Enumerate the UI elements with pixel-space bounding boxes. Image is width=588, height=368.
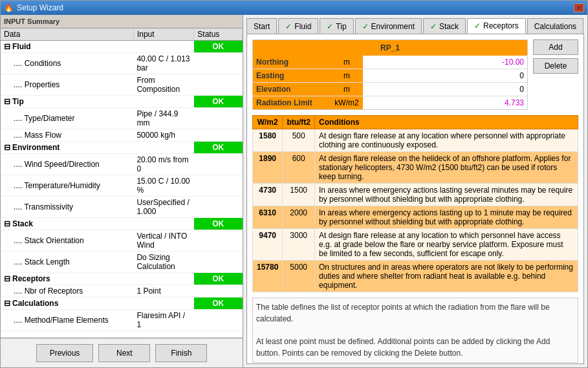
row-label: .... Temperature/Humidity — [1, 175, 133, 197]
tab-calculations[interactable]: Calculations — [527, 18, 583, 34]
conditions-row: 9470 3000 At design flare release at any… — [253, 229, 578, 261]
field-value[interactable]: 4.733 — [363, 96, 527, 109]
row-status — [194, 175, 243, 197]
cell-text: On structures and in areas where operato… — [315, 261, 578, 292]
data-table: Data Input Status ⊟FluidOK.... Condition… — [1, 28, 243, 331]
table-row: ⊟EnvironmentOK — [1, 142, 243, 154]
expand-icon[interactable]: ⊟ — [4, 97, 10, 106]
table-row: .... PropertiesFrom Composition — [1, 74, 243, 96]
field-unit: kW/m2 — [331, 96, 363, 109]
row-input: Do Sizing Calculation — [133, 252, 193, 273]
tab-label: Start — [254, 22, 270, 31]
receptor-form: Northing m -10.00 Easting m 0 Elevation … — [253, 56, 527, 109]
conditions-row: 1890 600 At design flare release on the … — [253, 152, 578, 184]
info-line-1: The table defines the list of receptor p… — [256, 301, 574, 325]
row-input — [133, 218, 193, 230]
cell-btu: 500 — [283, 129, 315, 152]
main-window: 🔥 Setup Wizard ✕ INPUT Summary Data Inpu… — [0, 0, 588, 368]
receptor-point-name: RP_1 — [253, 40, 527, 56]
cell-wm2: 4730 — [253, 184, 283, 206]
cell-text: In areas where emergency actions lasting… — [315, 184, 578, 206]
expand-icon[interactable]: ⊟ — [4, 42, 10, 51]
cell-wm2: 15780 — [253, 261, 283, 292]
tab-fluid[interactable]: ✓Fluid — [278, 18, 318, 34]
expand-icon[interactable]: ⊟ — [4, 219, 10, 228]
row-input: Flaresim API / 1 — [133, 310, 193, 331]
table-row: .... Wind Speed/Direction20.00 m/s from … — [1, 154, 243, 175]
field-value[interactable]: -10.00 — [363, 56, 527, 69]
row-label: .... Nbr of Receptors — [1, 285, 133, 298]
tab-content[interactable]: RP_1 Northing m -10.00 Easting m 0 Eleva… — [246, 34, 584, 364]
tab-environment[interactable]: ✓Environment — [355, 18, 422, 34]
receptor-actions: Add Delete — [533, 39, 578, 110]
tab-stack[interactable]: ✓Stack — [423, 18, 466, 34]
expand-icon[interactable]: ⊟ — [4, 143, 10, 152]
cell-wm2: 1580 — [253, 129, 283, 152]
field-value[interactable]: 0 — [363, 83, 527, 96]
left-panel: INPUT Summary Data Input Status ⊟FluidOK… — [1, 15, 243, 367]
field-label: Radiation Limit — [253, 96, 331, 109]
row-label: .... Stack Orientation — [1, 230, 133, 252]
receptor-field-row: Elevation m 0 — [253, 83, 527, 96]
tab-label: Calculations — [534, 22, 576, 31]
field-unit: m — [331, 83, 363, 96]
receptor-field-row: Easting m 0 — [253, 69, 527, 83]
check-icon: ✓ — [474, 21, 481, 30]
row-label: .... Stack Length — [1, 252, 133, 273]
row-status — [194, 74, 243, 96]
close-button[interactable]: ✕ — [574, 3, 584, 12]
tab-label: Environment — [371, 22, 415, 31]
tab-start[interactable]: Start — [246, 18, 277, 34]
row-status — [194, 230, 243, 252]
row-status: OK — [194, 298, 243, 310]
row-input: Vertical / INTO Wind — [133, 230, 193, 252]
row-label: ⊟Calculations — [1, 298, 133, 310]
table-row: .... Method/Flame ElementsFlaresim API /… — [1, 310, 243, 331]
tab-tip[interactable]: ✓Tip — [320, 18, 353, 34]
table-row: .... TransmissivityUserSpecified / 1.000 — [1, 197, 243, 218]
row-input: Pipe / 344.9 mm — [133, 108, 193, 129]
row-label: ⊟Receptors — [1, 273, 133, 285]
field-label: Easting — [253, 69, 331, 82]
add-receptor-button[interactable]: Add — [533, 39, 578, 55]
field-value[interactable]: 0 — [363, 69, 527, 82]
expand-icon[interactable]: ⊟ — [4, 274, 10, 283]
conditions-row: 1580 500 At design flare release at any … — [253, 129, 578, 152]
row-label: .... Wind Speed/Direction — [1, 154, 133, 175]
tab-label: Fluid — [294, 22, 311, 31]
cell-wm2: 1890 — [253, 152, 283, 184]
row-label: ⊟Tip — [1, 96, 133, 108]
table-row: ⊟ReceptorsOK — [1, 273, 243, 285]
receptor-top-section: RP_1 Northing m -10.00 Easting m 0 Eleva… — [252, 39, 578, 110]
conditions-row: 6310 2000 In areas where emergency actio… — [253, 206, 578, 229]
row-input: UserSpecified / 1.000 — [133, 197, 193, 218]
col-status: Status — [194, 28, 243, 41]
check-icon: ✓ — [362, 22, 369, 31]
next-button[interactable]: Next — [98, 344, 150, 362]
left-panel-header: INPUT Summary — [1, 15, 243, 28]
previous-button[interactable]: Previous — [36, 344, 94, 362]
row-input — [133, 142, 193, 154]
expand-icon[interactable]: ⊟ — [4, 299, 10, 308]
col-btu: btu/ft2 — [283, 116, 315, 129]
field-unit: m — [331, 56, 363, 69]
window-title: Setup Wizard — [17, 3, 63, 12]
row-input: 1 Point — [133, 285, 193, 298]
delete-receptor-button[interactable]: Delete — [533, 58, 578, 74]
tab-receptors[interactable]: ✓Receptors — [467, 18, 526, 34]
tree-area[interactable]: Data Input Status ⊟FluidOK.... Condition… — [1, 28, 243, 338]
table-row: .... Mass Flow50000 kg/h — [1, 129, 243, 142]
cell-btu: 1500 — [283, 184, 315, 206]
row-status — [194, 154, 243, 175]
finish-button[interactable]: Finish — [155, 344, 207, 362]
cell-wm2: 6310 — [253, 206, 283, 229]
row-label: .... Mass Flow — [1, 129, 133, 142]
table-row: .... Temperature/Humidity15.00 C / 10.00… — [1, 175, 243, 197]
row-label: .... Properties — [1, 74, 133, 96]
row-status: OK — [194, 142, 243, 154]
row-label: ⊟Environment — [1, 142, 133, 154]
col-data: Data — [1, 28, 133, 41]
main-content: INPUT Summary Data Input Status ⊟FluidOK… — [1, 15, 587, 367]
table-row: ⊟CalculationsOK — [1, 298, 243, 310]
row-status — [194, 285, 243, 298]
